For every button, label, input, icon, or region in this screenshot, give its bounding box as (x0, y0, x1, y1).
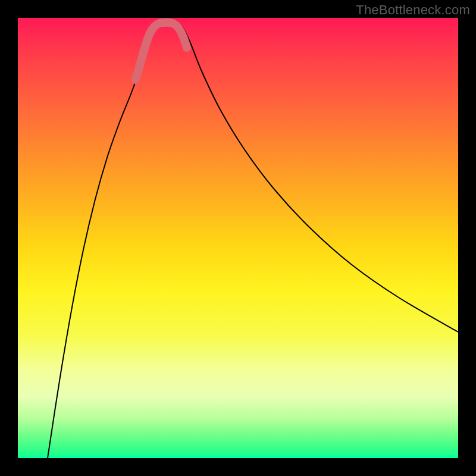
watermark-label: TheBottleneck.com (356, 2, 470, 18)
chart-plot-area (18, 18, 458, 458)
background-gradient (18, 18, 458, 458)
